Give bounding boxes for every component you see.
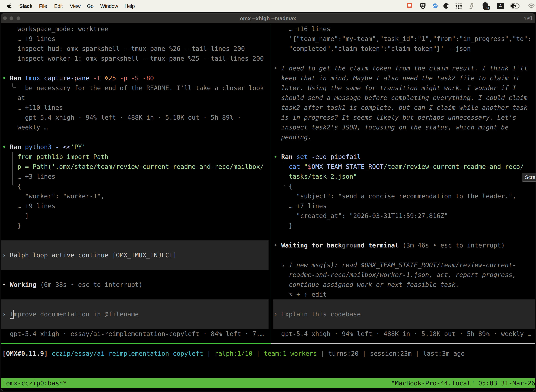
terminal-text: from pathlib import Path xyxy=(17,152,108,162)
terminal-text: u xyxy=(353,240,357,250)
terminal-text: tmux xyxy=(25,73,40,83)
terminal-text: › xyxy=(2,309,6,319)
terminal-text: [OMX#0.11.9] xyxy=(2,349,48,359)
terminal-text: … +9 lines xyxy=(17,201,55,211)
terminal-text: Ran xyxy=(10,142,21,152)
terminal-text: tasks/task-2.json" xyxy=(289,172,357,182)
menu-item-go[interactable]: Go xyxy=(87,0,94,12)
dots-grid-icon[interactable] xyxy=(455,0,462,12)
menu-item-help[interactable]: Help xyxy=(124,0,135,12)
terminal-text: OMX_TEAM_STATE_ROOT xyxy=(312,162,383,172)
terminal-text: { xyxy=(289,182,293,191)
terminal-text: " xyxy=(304,162,308,172)
terminal-text: Explain this codebase xyxy=(281,309,361,319)
menu-item-edit[interactable]: Edit xyxy=(54,0,63,12)
terminal-text: › xyxy=(274,309,278,319)
terminal-text: task2 after task1 is complete, but can I… xyxy=(281,103,527,112)
terminal-text: %25 xyxy=(105,73,116,83)
terminal-text: • xyxy=(2,73,6,83)
output-connector-line xyxy=(12,152,16,186)
terminal-text: "completed","claim_token":"claim-token"}… xyxy=(289,44,471,54)
terminal-text: | xyxy=(321,349,325,359)
terminal-text: later. Using the same for transition mig… xyxy=(281,83,516,93)
terminal-text: be necessary for the end of the README. … xyxy=(25,83,264,93)
terminal-text: << xyxy=(63,142,71,152)
terminal-text: workspace_mode: worktree xyxy=(17,24,108,34)
terminal-text: … +7 lines xyxy=(289,201,327,211)
terminal-text: is in progress? It seems likely but perh… xyxy=(281,112,516,122)
keyboard-layout-label: A xyxy=(497,3,504,9)
battery-icon[interactable] xyxy=(511,0,520,12)
terminal-text: 1 new msg(s): read $OMX_TEAM_STATE_ROOT/… xyxy=(289,260,516,270)
terminal-text: | xyxy=(207,349,211,359)
screen-share-overlay[interactable]: Scre xyxy=(522,173,536,182)
pane-border-active xyxy=(1,343,271,344)
output-connector-line xyxy=(284,162,287,186)
window-titlebar[interactable]: omx --xhigh --madmax ⌥⌘1 xyxy=(1,13,535,23)
dragon-icon[interactable] xyxy=(469,0,474,12)
terminal-text: gro xyxy=(342,240,353,250)
terminal-text: { xyxy=(17,182,21,191)
tmux-pane-right[interactable]: … +16 lines'{"team_name":"my-team","task… xyxy=(271,23,535,343)
terminal-text: Ran xyxy=(281,152,293,162)
menu-item-app[interactable]: Slack xyxy=(19,0,32,12)
notch-circle-icon[interactable] xyxy=(443,0,449,12)
terminal-window: omx --xhigh --madmax ⌥⌘1 workspace_mode:… xyxy=(1,13,535,391)
terminal-text: -euo pipefail xyxy=(312,152,361,162)
terminal-text: gpt-5.4 xhigh · 94% left · 488K in · 5.1… xyxy=(25,112,241,122)
terminal-text: (3m 46s • esc to interrupt) xyxy=(402,240,505,250)
terminal-text: python3 xyxy=(25,142,52,152)
window-title: omx --xhigh --madmax xyxy=(1,13,535,23)
sync-circle-icon[interactable] xyxy=(432,0,438,12)
menu-item-file[interactable]: File xyxy=(39,0,47,12)
shield-grid-icon[interactable] xyxy=(420,0,426,12)
terminal-text: ] xyxy=(25,211,29,221)
terminal-text: session:23m xyxy=(370,349,412,359)
terminal-text: ↳ xyxy=(281,260,285,270)
terminal-text: | xyxy=(415,349,419,359)
terminal-text: … +9 lines xyxy=(17,34,55,44)
keyboard-layout-icon[interactable]: A xyxy=(497,0,504,12)
terminal-text: at xyxy=(17,93,25,103)
terminal-text: Improve documentation in @filename xyxy=(10,309,139,319)
terminal-text: Ralph loop active continue [OMX_TMUX_INJ… xyxy=(10,250,177,260)
terminal-text: -t xyxy=(93,73,101,83)
screen-share-label: Scre xyxy=(525,174,536,180)
terminal-text: ⌥ + ↑ edit xyxy=(289,289,327,299)
menu-bar: Slack File Edit View Go Window Help xyxy=(0,0,536,12)
terminal-text: inspect_worker-1: omx sparkshell --tmux-… xyxy=(17,54,264,63)
badge-61-icon[interactable]: ..61 xyxy=(483,0,490,12)
menu-item-window[interactable]: Window xyxy=(100,0,118,12)
terminal-text: "created_at": "2026-03-31T11:59:27.816Z" xyxy=(296,211,448,221)
terminal-text: -S xyxy=(131,73,139,83)
tmux-session-label: [omx-cczip0:bash* xyxy=(2,378,67,388)
terminal-text: Working xyxy=(10,280,36,289)
terminal-text: - xyxy=(55,142,59,152)
chat-bubble-icon[interactable] xyxy=(407,0,412,12)
terminal-text: inspect_hud: omx sparkshell --tmux-pane … xyxy=(17,44,245,54)
tmux-host-clock-label: "MacBook-Pro-44.local" 05:03 31-Mar-26 xyxy=(391,378,535,388)
terminal-text: pending. xyxy=(281,132,311,142)
terminal-text: $ xyxy=(308,162,312,172)
terminal-text: … +16 lines xyxy=(289,24,330,34)
menu-item-view[interactable]: View xyxy=(70,0,81,12)
terminal-text: '{"team_name":"my-team","task_id":"1","f… xyxy=(289,34,531,44)
omx-status-line: [OMX#0.11.9]cczip/essay/ai-reimplementat… xyxy=(1,349,535,359)
tmux-pane-left[interactable]: workspace_mode: worktree… +9 linesinspec… xyxy=(1,23,271,343)
wifi-icon[interactable] xyxy=(528,0,535,12)
terminal-text: I need to get the claim token from the c… xyxy=(281,63,527,73)
terminal-text: "worker": "worker-1", xyxy=(25,191,105,201)
terminal-text: last:3m ago xyxy=(423,349,464,359)
terminal-text: keep that in mind. Maybe I also need the… xyxy=(281,73,520,83)
terminal-text: | xyxy=(362,349,366,359)
terminal-text: inspect task2's JSON, focusing on the st… xyxy=(281,122,509,132)
tmux-pane-divider[interactable] xyxy=(271,24,271,343)
terminal-text: } xyxy=(17,221,21,231)
apple-icon[interactable] xyxy=(7,3,12,9)
terminal-text: p = Path('.omx/state/team/review-current… xyxy=(17,162,264,172)
terminal-text: "subject": "send a concise recommendatio… xyxy=(296,191,516,201)
terminal-text: … +3 lines xyxy=(17,172,55,182)
terminal-text: Ran xyxy=(10,73,21,83)
tmux-status-bar: [omx-cczip0:bash* "MacBook-Pro-44.local"… xyxy=(1,378,535,388)
terminal-text: -p xyxy=(120,73,127,83)
